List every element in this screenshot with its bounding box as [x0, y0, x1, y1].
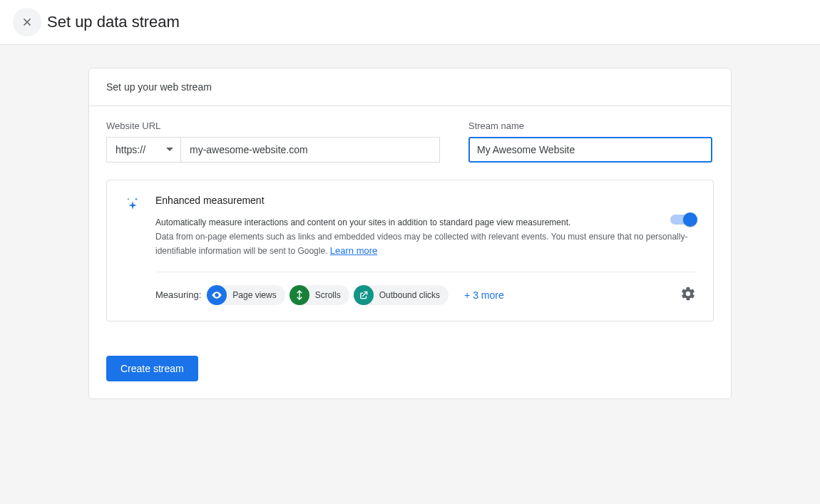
gear-icon	[680, 286, 696, 302]
svg-point-0	[216, 294, 218, 297]
stream-name-label: Stream name	[468, 120, 712, 131]
website-url-input[interactable]	[180, 137, 440, 163]
enhanced-subtitle: Automatically measure interactions and c…	[155, 216, 696, 229]
more-measurements-link[interactable]: + 3 more	[464, 289, 504, 301]
protocol-value: https://	[116, 144, 145, 155]
setup-card: Set up your web stream Website URL https…	[88, 68, 732, 399]
scroll-icon	[289, 285, 309, 305]
toggle-knob	[683, 212, 697, 227]
enhanced-description: Data from on-page elements such as links…	[155, 230, 696, 259]
close-button[interactable]	[13, 8, 41, 36]
page-title: Set up data stream	[47, 13, 180, 31]
website-url-field-group: Website URL https://	[106, 120, 440, 163]
card-section-label: Set up your web stream	[89, 68, 731, 106]
enhanced-measurement-panel: Enhanced measurement Automatically measu…	[106, 180, 714, 322]
chip-outbound: Outbound clicks	[355, 285, 449, 305]
website-url-label: Website URL	[106, 120, 440, 131]
stream-name-input[interactable]	[468, 137, 712, 163]
outbound-icon	[354, 285, 374, 305]
measuring-label: Measuring:	[155, 289, 201, 300]
learn-more-link[interactable]: Learn more	[330, 245, 377, 256]
modal-header: Set up data stream	[0, 0, 820, 45]
chip-scrolls: Scrolls	[291, 285, 349, 305]
settings-button[interactable]	[680, 286, 696, 304]
enhanced-title: Enhanced measurement	[155, 195, 696, 206]
measuring-row: Measuring: Page views Scrolls	[155, 285, 696, 305]
chip-page-views: Page views	[208, 285, 285, 305]
enhanced-toggle[interactable]	[670, 215, 696, 225]
close-icon	[21, 16, 34, 29]
create-stream-button[interactable]: Create stream	[106, 356, 198, 381]
stream-name-field-group: Stream name	[468, 120, 712, 163]
eye-icon	[207, 285, 227, 305]
chevron-down-icon	[166, 148, 173, 152]
sparkle-icon	[124, 195, 141, 305]
divider	[155, 272, 696, 272]
protocol-select[interactable]: https://	[106, 137, 180, 163]
